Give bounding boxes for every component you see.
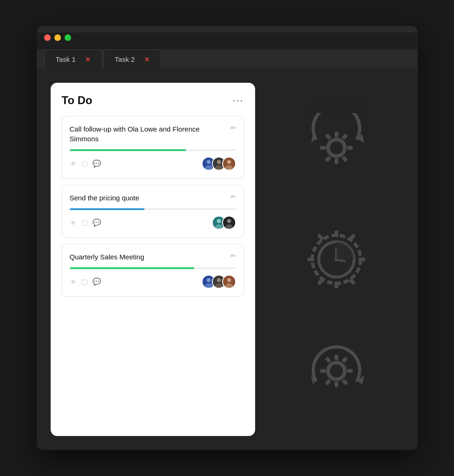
- tab-task1-label: Task 1: [56, 55, 76, 63]
- svg-rect-56: [320, 369, 326, 373]
- title-bar: [37, 26, 418, 33]
- task-3-check-icon[interactable]: ▢: [81, 278, 88, 286]
- tab-task1[interactable]: Task 1 ✕: [44, 49, 102, 69]
- task-3-avatars: [202, 275, 236, 289]
- task-3-title: Quarterly Sales Meeting: [70, 252, 226, 262]
- task-2-eye-icon[interactable]: 👁: [70, 219, 77, 227]
- svg-point-19: [217, 278, 221, 282]
- svg-rect-54: [335, 382, 338, 387]
- close-button[interactable]: [44, 34, 51, 41]
- svg-rect-30: [347, 146, 353, 150]
- task-1-avatar-3: [222, 157, 236, 171]
- svg-point-22: [227, 278, 231, 282]
- svg-rect-42: [335, 282, 338, 288]
- svg-rect-59: [341, 379, 348, 385]
- svg-point-16: [206, 278, 211, 282]
- maximize-button[interactable]: [65, 34, 71, 41]
- svg-rect-34: [341, 156, 348, 162]
- task-2-progress-bar: [70, 208, 145, 210]
- task-3-icons: 👁 ▢ 💬: [70, 278, 101, 286]
- task-card-2-header: Send the pricing quote ✏: [70, 193, 236, 203]
- task-2-comment-icon[interactable]: 💬: [92, 218, 101, 227]
- svg-rect-41: [335, 231, 338, 237]
- sync-gear-bottom-icon: [299, 334, 374, 408]
- task-2-footer: 👁 ▢ 💬: [70, 216, 236, 230]
- tabs-bar: Task 1 ✕ Task 2 ✕: [37, 49, 418, 69]
- svg-point-52: [330, 364, 343, 377]
- task-1-footer: 👁 ▢ 💬: [70, 157, 236, 171]
- task-3-eye-icon[interactable]: 👁: [70, 278, 77, 286]
- svg-point-4: [217, 160, 221, 164]
- task-2-avatar-2: [222, 216, 236, 230]
- clock-timer-icon: [299, 222, 374, 297]
- task-1-edit-icon[interactable]: ✏: [230, 124, 236, 132]
- tab-task2-close[interactable]: ✕: [144, 56, 150, 63]
- task-3-edit-icon[interactable]: ✏: [230, 252, 236, 259]
- icons-panel: [269, 83, 404, 436]
- task-1-title: Call follow-up with Ola Lowe and Florenc…: [70, 124, 226, 144]
- task-1-progress-bar: [70, 149, 186, 151]
- svg-point-13: [227, 219, 231, 223]
- svg-rect-29: [335, 159, 338, 164]
- task-1-eye-icon[interactable]: 👁: [70, 160, 77, 168]
- svg-rect-47: [349, 278, 356, 285]
- svg-rect-55: [347, 369, 353, 373]
- sync-gear-top-icon: [299, 111, 374, 185]
- todo-menu-button[interactable]: ···: [232, 94, 243, 106]
- task-2-progress-container: [70, 208, 236, 210]
- main-window: Task 1 ✕ Task 2 ✕ To Do ··· Call follow-…: [37, 26, 418, 450]
- svg-rect-60: [324, 379, 331, 385]
- traffic-lights: [44, 33, 71, 47]
- todo-header: To Do ···: [62, 94, 244, 107]
- svg-point-1: [206, 160, 211, 164]
- task-2-edit-icon[interactable]: ✏: [230, 193, 236, 200]
- task-1-icons: 👁 ▢ 💬: [70, 159, 101, 168]
- task-2-check-icon[interactable]: ▢: [81, 218, 88, 227]
- svg-point-7: [227, 160, 231, 164]
- svg-rect-46: [317, 233, 324, 241]
- todo-panel: To Do ··· Call follow-up with Ola Lowe a…: [51, 83, 255, 436]
- svg-point-10: [217, 219, 221, 223]
- todo-title: To Do: [62, 94, 92, 107]
- task-card-1-header: Call follow-up with Ola Lowe and Florenc…: [70, 124, 236, 144]
- task-1-comment-icon[interactable]: 💬: [92, 159, 101, 168]
- task-1-check-icon[interactable]: ▢: [81, 159, 88, 168]
- svg-rect-58: [324, 357, 331, 363]
- svg-rect-44: [308, 258, 314, 261]
- task-3-comment-icon[interactable]: 💬: [92, 278, 101, 286]
- task-3-progress-bar: [70, 267, 195, 269]
- tab-task2[interactable]: Task 2 ✕: [103, 49, 161, 69]
- svg-rect-35: [324, 156, 331, 162]
- svg-rect-32: [341, 133, 348, 140]
- svg-rect-31: [320, 146, 326, 150]
- content-area: To Do ··· Call follow-up with Ola Lowe a…: [37, 69, 418, 450]
- svg-point-27: [330, 141, 343, 154]
- svg-rect-28: [335, 132, 338, 137]
- task-3-footer: 👁 ▢ 💬: [70, 275, 236, 289]
- svg-rect-33: [324, 133, 331, 140]
- task-2-icons: 👁 ▢ 💬: [70, 218, 101, 227]
- tab-task2-label: Task 2: [115, 55, 135, 63]
- task-card-2: Send the pricing quote ✏ 👁 ▢ 💬: [62, 185, 244, 238]
- task-2-title: Send the pricing quote: [70, 193, 226, 203]
- task-2-avatars: [212, 216, 236, 230]
- svg-rect-57: [341, 357, 348, 363]
- task-card-1: Call follow-up with Ola Lowe and Florenc…: [62, 116, 244, 178]
- task-1-progress-container: [70, 149, 236, 151]
- task-3-progress-container: [70, 267, 236, 269]
- task-card-3-header: Quarterly Sales Meeting ✏: [70, 252, 236, 262]
- svg-rect-53: [335, 355, 338, 360]
- tab-task1-close[interactable]: ✕: [85, 56, 91, 63]
- svg-rect-43: [359, 258, 365, 261]
- task-card-3: Quarterly Sales Meeting ✏ 👁 ▢ 💬: [62, 244, 244, 297]
- task-3-avatar-3: [222, 275, 236, 289]
- minimize-button[interactable]: [54, 34, 61, 41]
- task-1-avatars: [202, 157, 236, 171]
